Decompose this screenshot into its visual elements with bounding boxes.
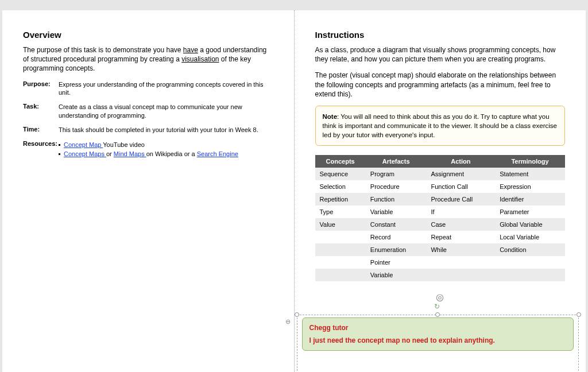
table-cell: Global Variable: [495, 218, 565, 231]
resize-handle[interactable]: [435, 312, 440, 317]
bullet-icon: [59, 144, 60, 146]
instructions-column: Instructions As a class, produce a diagr…: [295, 10, 586, 372]
table-cell: Statement: [495, 168, 565, 180]
table-cell: [495, 269, 565, 281]
table-cell: Variable: [366, 269, 427, 281]
th-action: Action: [426, 155, 495, 168]
table-row: TypeVariableIfParameter: [315, 206, 566, 218]
table-row: EnumerationWhileCondition: [315, 243, 566, 256]
overview-definition-list: Purpose: Express your understanding of t…: [23, 80, 273, 159]
table-cell: Program: [366, 168, 427, 180]
resource-item-2: Concept Maps or Mind Maps on Wikipedia o…: [59, 149, 273, 159]
table-cell: [315, 231, 366, 243]
table-cell: Identifier: [495, 193, 565, 206]
link-mind-maps[interactable]: Mind Maps: [114, 150, 146, 157]
table-row: SelectionProcedureFunction CallExpressio…: [315, 180, 566, 193]
resize-handle[interactable]: [577, 312, 581, 317]
overview-column: Overview The purpose of this task is to …: [2, 10, 295, 372]
table-row: Variable: [315, 269, 566, 281]
table-cell: Parameter: [495, 206, 565, 218]
instructions-p2: The poster (visual concept map) should e…: [315, 71, 566, 99]
row-task: Task: Create as a class a visual concept…: [23, 103, 273, 120]
table-cell: Local Variable: [495, 231, 565, 243]
table-cell: Repeat: [426, 231, 495, 243]
table-cell: [315, 256, 366, 269]
table-cell: [315, 269, 366, 281]
annotation-textbox[interactable]: Chegg tutor I just need the concept map …: [302, 317, 574, 351]
link-concept-maps[interactable]: Concept Maps: [64, 150, 106, 157]
note-box: Note: You will all need to think about t…: [315, 106, 566, 146]
rotate-handle-icon[interactable]: ↻: [434, 303, 441, 309]
table-row: RepetitionFunctionProcedure CallIdentifi…: [315, 193, 566, 206]
th-concepts: Concepts: [315, 155, 366, 168]
overview-heading: Overview: [23, 30, 273, 40]
resize-handle[interactable]: [295, 312, 299, 317]
link-search-engine[interactable]: Search Engine: [197, 150, 238, 157]
table-cell: Selection: [315, 180, 366, 193]
table-cell: Variable: [366, 206, 427, 218]
collapse-indicator-icon[interactable]: ⊖: [285, 318, 291, 326]
table-row: SequenceProgramAssignmentStatement: [315, 168, 566, 180]
table-row: Pointer: [315, 256, 566, 269]
table-cell: [495, 256, 565, 269]
table-cell: Condition: [495, 243, 565, 256]
instructions-p1: As a class, produce a diagram that visua…: [315, 45, 566, 64]
table-row: ValueConstantCaseGlobal Variable: [315, 218, 566, 231]
table-cell: Repetition: [315, 193, 366, 206]
table-cell: Case: [426, 218, 495, 231]
decorative-swirl-icon: ◎: [315, 292, 566, 303]
table-cell: Expression: [495, 180, 565, 193]
table-cell: [315, 243, 366, 256]
table-cell: While: [426, 243, 495, 256]
resource-item-1: Concept Map YouTube video: [59, 140, 273, 150]
table-cell: Value: [315, 218, 366, 231]
table-row: RecordRepeatLocal Variable: [315, 231, 566, 243]
document-page: Overview The purpose of this task is to …: [2, 10, 586, 372]
th-artefacts: Artefacts: [366, 155, 427, 168]
overview-intro: The purpose of this task is to demonstra…: [23, 45, 273, 73]
table-cell: [426, 269, 495, 281]
table-cell: Procedure: [366, 180, 427, 193]
annotation-title: Chegg tutor: [310, 324, 567, 332]
table-cell: Pointer: [366, 256, 427, 269]
table-cell: Enumeration: [366, 243, 427, 256]
annotation-body: I just need the concept map no need to e…: [310, 336, 567, 344]
concepts-table: Concepts Artefacts Action Terminology Se…: [315, 155, 566, 281]
row-resources: Resources: Concept Map YouTube video Con…: [23, 140, 273, 159]
table-cell: [426, 256, 495, 269]
table-cell: Sequence: [315, 168, 366, 180]
table-cell: Assignment: [426, 168, 495, 180]
instructions-heading: Instructions: [315, 30, 566, 40]
table-cell: Type: [315, 206, 366, 218]
bullet-icon: [59, 153, 60, 155]
row-purpose: Purpose: Express your understanding of t…: [23, 80, 273, 98]
table-cell: Function: [366, 193, 427, 206]
table-cell: Function Call: [426, 180, 495, 193]
table-cell: Constant: [366, 218, 427, 231]
annotation-selection[interactable]: ⊖ ↻ Chegg tutor I just need the concept …: [295, 315, 582, 372]
table-cell: If: [426, 206, 495, 218]
table-cell: Procedure Call: [426, 193, 495, 206]
table-cell: Record: [366, 231, 427, 243]
th-terminology: Terminology: [495, 155, 565, 168]
row-time: Time: This task should be completed in y…: [23, 126, 273, 134]
link-concept-map[interactable]: Concept Map: [64, 141, 103, 148]
